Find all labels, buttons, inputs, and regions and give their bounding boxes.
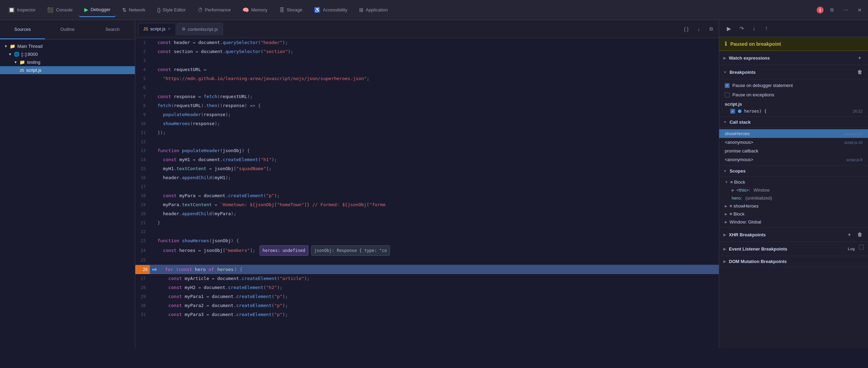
tree-folder-testing[interactable]: ▼ 📁 testing xyxy=(0,58,135,66)
callstack-header[interactable]: ▼ Call stack xyxy=(719,117,868,128)
tab-memory[interactable]: 🧠 Memory xyxy=(237,3,273,17)
breakpoints-arrow: ▼ xyxy=(723,70,727,74)
breakpoint-file-name: script.js xyxy=(719,99,868,107)
dom-mutation-breakpoints-header[interactable]: ▶ DOM Mutation Breakpoints xyxy=(719,256,868,267)
tab-sources[interactable]: Sources xyxy=(0,20,45,39)
code-line-1: 1 const header = document.querySelector(… xyxy=(135,38,719,47)
right-panel: ▶ ↷ ↓ ↑ ℹ Paused on breakpoint ▶ Watch e… xyxy=(719,20,868,348)
code-line-6: 6 xyxy=(135,83,719,92)
event-arrow: ▶ xyxy=(723,247,726,251)
code-line-27: 27 const myArticle = document.createElem… xyxy=(135,274,719,283)
callstack-item-0[interactable]: showHeroes script.js:26 xyxy=(719,129,868,138)
callstack-item-2[interactable]: promise callback xyxy=(719,147,868,155)
more-options-button[interactable]: ⋯ xyxy=(840,5,851,16)
code-line-23: 23 function showHeroes(jsonObj) { xyxy=(135,236,719,245)
breakpoint-checkbox[interactable] xyxy=(730,109,735,114)
folder-icon: 📁 xyxy=(10,44,15,49)
error-badge: 1 xyxy=(817,7,824,14)
network-icon: ⇅ xyxy=(122,7,127,13)
tab-outline[interactable]: Outline xyxy=(45,20,90,39)
heroes-tooltip: heroes: undefined xyxy=(259,245,308,256)
file-tab-contentscript-js[interactable]: ⚙ contentscript.js xyxy=(177,23,223,35)
tab-search[interactable]: Search xyxy=(90,20,135,39)
code-line-5: 5 "https://mdn.github.io/learning-area/j… xyxy=(135,74,719,83)
scopes-content: ▼ ≡ Block ▶ <this>: Window hero: (uninit… xyxy=(719,177,868,228)
breakpoint-dot xyxy=(738,109,741,113)
pretty-print-button[interactable]: { } xyxy=(681,24,691,34)
top-tab-bar: 🔲 Inspector ⬛ Console ▶ Debugger ⇅ Netwo… xyxy=(0,0,868,20)
scope-showheroes[interactable]: ▶ ≡ showHeroes xyxy=(719,202,868,210)
code-line-31: 31 const myPara3 = document.createElemen… xyxy=(135,310,719,319)
file-tree: ▼ 📁 Main Thread ▼ 🌐 [::]:8000 ▼ 📁 testin… xyxy=(0,40,135,348)
log-checkbox[interactable]: Log xyxy=(846,245,857,253)
dom-arrow: ▶ xyxy=(723,260,726,263)
xhr-arrow: ▶ xyxy=(723,233,726,237)
performance-icon: ⏱ xyxy=(198,7,203,13)
pause-on-exceptions-checkbox[interactable] xyxy=(725,93,730,97)
storage-icon: 🗄 xyxy=(279,7,284,13)
top-right-actions: 1 ⧉ ⋯ ✕ xyxy=(817,5,865,16)
tree-file-script-js[interactable]: JS script.js xyxy=(0,66,135,74)
copy-button[interactable]: ⧉ xyxy=(706,24,716,34)
callstack-item-1[interactable]: <anonymous> script.js:10 xyxy=(719,138,868,147)
expand-arrow-testing: ▼ xyxy=(14,60,17,64)
expand-arrow: ▼ xyxy=(4,44,8,48)
responsive-mode-button[interactable]: ⧉ xyxy=(826,5,837,16)
expand-arrow-host: ▼ xyxy=(8,52,12,56)
tree-host[interactable]: ▼ 🌐 [::]:8000 xyxy=(0,50,135,58)
tab-application[interactable]: ⊞ Application xyxy=(354,3,393,17)
event-listener-breakpoints-header[interactable]: ▶ Event Listener Breakpoints Log xyxy=(719,242,868,256)
code-line-26: 26 ● for (const hero of heroes) { xyxy=(135,265,719,274)
step-over-button[interactable]: ↷ xyxy=(736,23,747,34)
xhr-breakpoints-header[interactable]: ▶ XHR Breakpoints + 🗑 xyxy=(719,228,868,242)
code-line-8: 8 fetch(requestURL).then((response) => { xyxy=(135,101,719,110)
scope-this[interactable]: ▶ <this>: Window xyxy=(719,186,868,194)
step-out-button[interactable]: ↑ xyxy=(761,23,772,34)
left-panel-tabs: Sources Outline Search xyxy=(0,20,135,40)
tab-network[interactable]: ⇅ Network xyxy=(117,3,151,17)
code-line-21: 21 } xyxy=(135,218,719,227)
scope-block2[interactable]: ▶ ≡ Block xyxy=(719,210,868,218)
file-tab-script-js[interactable]: JS script.js ✕ xyxy=(138,23,176,35)
code-line-11: 11 }); xyxy=(135,128,719,137)
code-line-9: 9 populateHeader(response); xyxy=(135,110,719,119)
scopes-header[interactable]: ▼ Scopes xyxy=(719,166,868,177)
tab-console[interactable]: ⬛ Console xyxy=(42,3,78,17)
code-line-2: 2 const section = document.querySelector… xyxy=(135,47,719,56)
breakpoint-item: heroes) { 26:22 xyxy=(719,107,868,115)
add-watch-button[interactable]: + xyxy=(856,54,864,62)
main-layout: Sources Outline Search ▼ 📁 Main Thread ▼… xyxy=(0,20,868,348)
pause-on-debugger-item: Pause on debugger statement xyxy=(719,81,868,90)
code-editor[interactable]: 1 const header = document.querySelector(… xyxy=(135,38,719,348)
tab-debugger[interactable]: ▶ Debugger xyxy=(79,3,116,17)
code-line-10: 10 showHeroes(response); xyxy=(135,119,719,128)
callstack-item-3[interactable]: <anonymous> script.js:8 xyxy=(719,155,868,164)
tab-style-editor[interactable]: {} Style Editor xyxy=(152,3,192,17)
code-line-20: 20 header.appendChild(myPara); xyxy=(135,209,719,218)
watch-expressions-header[interactable]: ▶ Watch expressions + xyxy=(719,51,868,65)
delete-all-breakpoints-button[interactable]: 🗑 xyxy=(856,68,864,76)
close-devtools-button[interactable]: ✕ xyxy=(854,5,865,16)
pause-on-debugger-checkbox[interactable] xyxy=(725,83,730,88)
breakpoints-header[interactable]: ▼ Breakpoints 🗑 xyxy=(719,65,868,79)
scope-global[interactable]: ▶ Window: Global xyxy=(719,218,868,226)
delete-xhr-breakpoints-button[interactable]: 🗑 xyxy=(856,230,864,239)
code-line-7: 7 const response = fetch(requestURL); xyxy=(135,92,719,101)
log-toggle[interactable] xyxy=(859,245,864,249)
breakpoints-content: Pause on debugger statement Pause on exc… xyxy=(719,79,868,117)
step-into-button[interactable]: ↓ xyxy=(748,23,759,34)
scope-block[interactable]: ▼ ≡ Block xyxy=(719,178,868,186)
code-line-15: 15 myH1.textContent = jsonObj["squadName… xyxy=(135,164,719,173)
jsonobj-tooltip: jsonObj: Response { type: "co xyxy=(311,245,390,256)
tab-performance[interactable]: ⏱ Performance xyxy=(192,3,236,17)
tab-storage[interactable]: 🗄 Storage xyxy=(274,3,308,17)
tab-accessibility[interactable]: ♿ Accessibility xyxy=(308,3,353,17)
tab-inspector[interactable]: 🔲 Inspector xyxy=(3,3,41,17)
tree-main-thread[interactable]: ▼ 📁 Main Thread xyxy=(0,42,135,50)
resume-button[interactable]: ▶ xyxy=(723,23,734,34)
download-button[interactable]: ↓ xyxy=(694,24,704,34)
close-file-tab[interactable]: ✕ xyxy=(168,27,171,31)
code-line-4: 4 const requestURL = xyxy=(135,65,719,74)
js-file-icon: JS xyxy=(19,68,24,72)
add-xhr-breakpoint-button[interactable]: + xyxy=(845,230,853,239)
